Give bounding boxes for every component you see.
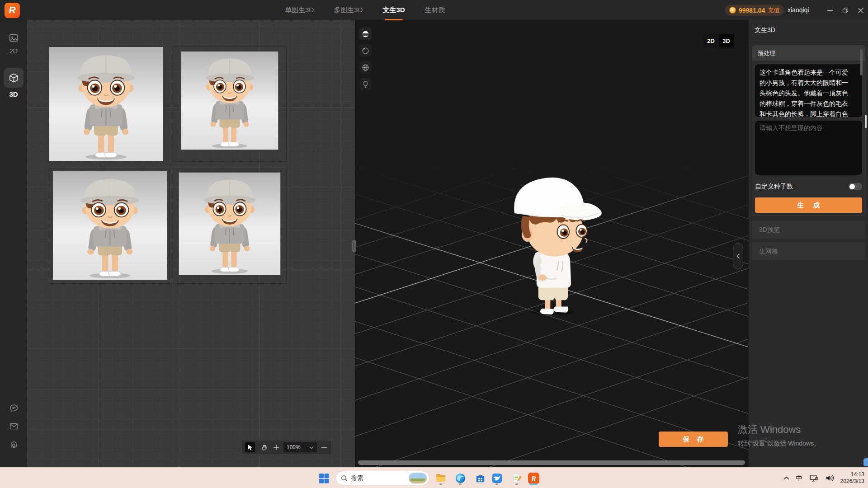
shaded-mode-button[interactable] <box>359 28 372 40</box>
zoom-level-value: 100% <box>287 444 301 450</box>
panel-collapse-handle[interactable] <box>733 243 743 269</box>
sphere-outline-icon <box>362 47 369 55</box>
cube-icon <box>9 73 19 83</box>
tray-chevron-up-icon[interactable] <box>783 475 790 482</box>
seed-toggle-knob <box>849 184 855 189</box>
zoom-level-select[interactable]: 100% <box>283 442 317 452</box>
settings-icon <box>9 441 19 450</box>
canvas-2d[interactable]: 100% <box>27 20 355 467</box>
zoom-out-icon[interactable] <box>321 444 327 450</box>
weather-widget-icon[interactable] <box>409 473 427 483</box>
ime-indicator[interactable]: 中 <box>796 474 803 483</box>
window-controls <box>826 0 864 20</box>
panel-divider <box>749 40 868 40</box>
notepad-icon <box>511 473 523 484</box>
username[interactable]: xiaoqiqi <box>788 6 809 14</box>
sidebar-item-messages[interactable] <box>0 422 27 431</box>
save-button[interactable]: 保 存 <box>659 432 728 447</box>
panel-scrollbar[interactable] <box>865 115 867 128</box>
sidebar-item-2d[interactable]: 2D <box>0 31 27 55</box>
generated-image-3[interactable] <box>49 169 170 283</box>
mail-icon <box>9 422 19 431</box>
sidebar-item-settings[interactable] <box>0 441 27 450</box>
taskbar-microsoft-store[interactable] <box>473 471 487 485</box>
coin-icon: ¥ <box>729 7 736 14</box>
mode-2d-button[interactable]: 2D <box>703 34 718 47</box>
close-button[interactable] <box>857 7 864 14</box>
tab-material-gen[interactable]: 生材质 <box>425 0 445 20</box>
boy-front-image <box>173 169 286 283</box>
credits-pill[interactable]: ¥ 99981.04 充值 <box>725 5 784 16</box>
tab-single-image-3d[interactable]: 单图生3D <box>285 0 314 20</box>
model-3d-boy[interactable] <box>491 161 619 319</box>
taskbar-xunlei[interactable] <box>490 471 504 485</box>
chat-bubble-icon <box>9 404 19 413</box>
panel-title: 文生3D <box>755 26 775 34</box>
left-sidebar: 2D 3D <box>0 20 27 467</box>
minimize-button[interactable] <box>826 7 834 14</box>
start-button[interactable] <box>316 471 331 485</box>
sidebar-item-3d[interactable]: 3D <box>0 68 27 98</box>
app-window: R 单图生3D 多图生3D 文生3D 生材质 ¥ 99981.04 充值 xia… <box>0 0 868 488</box>
restore-button[interactable] <box>842 7 849 14</box>
edge-scrollbar-thumb[interactable] <box>863 458 868 466</box>
seed-row: 自定义种子数 <box>755 181 862 192</box>
svg-text:R: R <box>530 474 536 483</box>
zoom-in-icon[interactable] <box>273 444 279 450</box>
clock-time: 14:13 <box>840 471 864 478</box>
folder-icon <box>435 472 447 484</box>
windows-logo-icon <box>319 473 329 483</box>
app-logo-glyph: R <box>9 5 15 15</box>
viewport-3d[interactable]: 2D 3D 保 存 <box>355 20 748 467</box>
mode-3d-button[interactable]: 3D <box>719 34 734 47</box>
network-icon[interactable] <box>809 474 819 483</box>
negative-prompt-textarea[interactable] <box>755 121 862 175</box>
tab-text-to-3d[interactable]: 文生3D <box>382 0 405 20</box>
search-icon <box>341 475 348 482</box>
clock-date: 2026/3/13 <box>840 478 864 485</box>
tab-multi-image-3d[interactable]: 多图生3D <box>334 0 363 20</box>
right-panel: 文生3D 预处理 这个卡通角色看起来是一个可爱的小男孩，有着大大的眼睛和一头棕色… <box>748 20 868 467</box>
taskbar-edge-browser[interactable] <box>453 471 467 485</box>
app-logo[interactable]: R <box>5 3 20 18</box>
generate-button[interactable]: 生 成 <box>755 197 862 213</box>
generated-image-4[interactable] <box>173 169 286 283</box>
volume-icon[interactable] <box>825 474 834 483</box>
select-tool-button[interactable] <box>245 442 255 452</box>
generate-mesh-section[interactable]: 生网格 <box>752 242 865 260</box>
search-input[interactable] <box>351 474 406 482</box>
chevron-left-icon <box>736 253 740 259</box>
top-bar: R 单图生3D 多图生3D 文生3D 生材质 ¥ 99981.04 充值 xia… <box>0 0 868 20</box>
sidebar-item-feedback[interactable] <box>0 404 27 413</box>
wireframe-off-mode-button[interactable] <box>359 44 372 57</box>
r-app-icon: R <box>528 472 540 484</box>
seed-label: 自定义种子数 <box>755 183 793 191</box>
canvas-toolbar: 100% <box>242 441 331 454</box>
main-tabs: 单图生3D 多图生3D 文生3D 生材质 <box>285 0 445 20</box>
taskbar-search[interactable] <box>335 471 429 485</box>
generated-image-2[interactable] <box>173 47 286 161</box>
prompt-scrollbar[interactable] <box>860 49 863 75</box>
panel-divider-grip[interactable] <box>352 240 356 252</box>
restore-icon <box>842 7 849 14</box>
system-tray: 中 14:13 2026/3/13 <box>783 468 864 488</box>
close-icon <box>858 7 864 14</box>
pan-tool-button[interactable] <box>259 442 269 452</box>
preprocess-header: 预处理 <box>752 46 865 61</box>
generated-image-1[interactable] <box>49 47 163 161</box>
recharge-link[interactable]: 充值 <box>768 6 779 14</box>
viewport-horizontal-scrollbar[interactable] <box>358 460 745 465</box>
prompt-textarea[interactable]: 这个卡通角色看起来是一个可爱的小男孩，有着大大的眼睛和一头棕色的头发。他戴着一顶… <box>755 64 862 117</box>
edge-icon <box>455 473 466 484</box>
taskbar-clock[interactable]: 14:13 2026/3/13 <box>840 471 864 485</box>
taskbar-current-app[interactable]: R <box>526 471 541 485</box>
taskbar-notes-app[interactable] <box>509 471 524 485</box>
lighting-mode-button[interactable] <box>359 78 372 90</box>
preview-3d-section[interactable]: 3D预览 <box>752 221 865 239</box>
wireframe-mode-button[interactable] <box>359 61 372 74</box>
taskbar-file-explorer[interactable] <box>434 471 448 485</box>
seed-toggle[interactable] <box>849 183 862 190</box>
view-mode-toggle: 2D 3D <box>703 34 734 47</box>
windows-taskbar: R 中 14:13 2026/3/13 <box>0 467 868 488</box>
hand-icon <box>261 444 268 451</box>
